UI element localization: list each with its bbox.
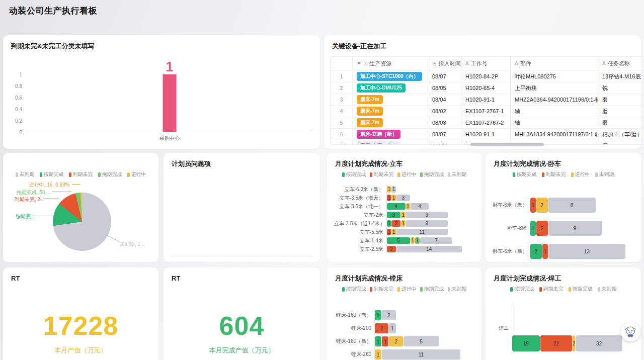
legend-label: 按期完成: [517, 171, 537, 178]
tag-icon: ⊡: [363, 61, 367, 66]
legend-item[interactable]: 未到期: [448, 286, 467, 293]
column-header-label: 任务名称: [608, 60, 630, 67]
job-number-cell: EX1107-2767-1: [461, 106, 511, 117]
legend-item[interactable]: 未到期: [598, 286, 617, 293]
chart-legend: 按期完成到期未完进行中未到期: [491, 171, 636, 178]
legend-label: 进行中: [401, 171, 417, 178]
resource-tag: 磨床-7m: [357, 118, 383, 127]
legend-item[interactable]: 拖期完成: [420, 171, 444, 178]
legend-marker-icon: [40, 172, 42, 177]
table-row[interactable]: 5磨床-7m08/03EX1107-2767-2轴磨: [331, 117, 641, 129]
bar-segment: 2: [391, 220, 400, 227]
legend-marker-icon: [342, 287, 345, 292]
resource-tag: 加工中心-STC1000（内）: [357, 72, 422, 81]
legend-item[interactable]: 进行中: [571, 171, 590, 178]
legend-item[interactable]: 按期完成: [342, 171, 366, 178]
chart-row: 立车-5.5米1111: [334, 228, 476, 236]
bar-segment: 2: [573, 335, 575, 351]
legend-item[interactable]: 未到期: [595, 171, 614, 178]
table-row[interactable]: 3磨床-7m08/04H1020-91-1MHZ2A0364-942000171…: [331, 94, 641, 106]
table-row[interactable]: 1加工中心-STC1000（内）08/07H1020-84-2P叶轮MHL080…: [331, 71, 641, 82]
legend-marker-icon: [571, 172, 574, 177]
task-name-cell: 铣: [598, 82, 641, 94]
legend-item[interactable]: 拖期完成: [569, 286, 593, 293]
pie-slice-label: 到期未完, 2...: [15, 196, 44, 203]
bar-segment: 13: [548, 244, 625, 259]
bar-segment: 9: [406, 212, 448, 218]
legend-item[interactable]: 按期完成: [510, 286, 534, 293]
row-category-label: 立车-5.5米: [334, 229, 386, 236]
pie-slice-label: 拖期完成, 50, ...: [17, 189, 52, 196]
row-category-label: 镗床-160（新）: [334, 338, 374, 345]
resource-tag: 磨床-7m: [357, 107, 383, 116]
legend-label: 未到期: [599, 171, 614, 178]
part-cell: 轴: [511, 117, 598, 128]
bar-segment: 1: [387, 195, 391, 201]
legend-label: 进行中: [401, 286, 417, 293]
chart-row: 卧车-6米（新）2113: [493, 240, 636, 263]
part-cell: 上平衡块: [511, 82, 598, 94]
legend-item[interactable]: 到期未完: [370, 171, 394, 178]
legend-item[interactable]: 按期完成: [40, 171, 64, 178]
column-header: [331, 57, 353, 70]
task-name-cell: 精加工（车/磨）: [598, 129, 641, 140]
legend-item[interactable]: 到期未完: [542, 171, 566, 178]
row-number-cell: 3: [331, 94, 353, 105]
row-category-label: 镗床-260: [334, 351, 374, 358]
bar-segment: 1: [375, 336, 381, 346]
legend-item[interactable]: 到期未完: [539, 286, 564, 293]
legend-item[interactable]: 拖期完成: [420, 286, 444, 293]
bar-segment: 1: [401, 212, 405, 218]
bar-segment: 1: [389, 323, 395, 333]
bar-segment: 19: [512, 335, 540, 351]
table-row[interactable]: 2加工中心-DMU12508/05H1020-65-4上平衡块铣: [331, 82, 641, 94]
legend-marker-icon: [595, 172, 598, 177]
legend-label: 未到期: [602, 286, 617, 293]
column-header: ⚑⊡生产资源: [353, 57, 428, 70]
row-number-cell: 4: [331, 106, 353, 117]
legend-item[interactable]: 到期未完: [69, 171, 93, 178]
bar-segment: 1: [387, 229, 391, 235]
date-cell: 08/07: [428, 129, 461, 140]
resource-cell: 磨床-立磨（新）: [353, 129, 428, 140]
bar-segment: 1: [411, 237, 415, 244]
table-row[interactable]: 6磨床-立磨（新）08/07H1020-91-1MHL3A1334-942000…: [331, 129, 641, 140]
row-category-label: 立车-2.5米: [334, 246, 386, 253]
legend-item[interactable]: 未到期: [448, 171, 467, 178]
legend-item[interactable]: 进行中: [397, 286, 417, 293]
row-category-label: 卧车-8米: [493, 225, 530, 232]
bar-segment: 1: [406, 203, 410, 210]
bar-segment: 2: [389, 336, 403, 346]
part-cell: 叶轮MHL080275: [511, 71, 598, 82]
calendar-icon: ⊟: [432, 61, 436, 66]
legend-item[interactable]: 进行中: [397, 171, 417, 178]
legend-item[interactable]: 进行中: [127, 171, 146, 178]
bar-segment: 1: [391, 229, 395, 235]
row-bar-track: 21: [374, 322, 468, 335]
table-horizontal-scrollbar[interactable]: [470, 143, 544, 146]
panel-status-pie: 未到期按期完成到期未完拖期完成进行中未到期, 1...按期完...到期未完, 2…: [3, 153, 158, 262]
legend-item[interactable]: 拖期完成: [98, 171, 122, 178]
panel-planner-issues: 计划员问题项: [164, 153, 320, 262]
assistant-mascot-button[interactable]: [621, 322, 640, 341]
legend-item[interactable]: 按期完成: [342, 286, 366, 293]
legend-item[interactable]: 到期未完: [370, 286, 394, 293]
date-cell: 08/07: [428, 71, 461, 82]
chart-row: 立车-3.5米（海天）113: [334, 194, 476, 202]
row-bar-track: 128: [530, 194, 626, 217]
resource-cell: 磨床-7m: [353, 94, 428, 105]
y-tick-label: 0.2: [15, 118, 22, 124]
text-icon: A: [602, 61, 606, 66]
panel-title: RT: [172, 275, 312, 282]
bar-segment: 1: [391, 186, 395, 193]
table-row[interactable]: 4磨床-7m08/02EX1107-2767-1轴磨: [331, 106, 641, 117]
bar-segment: 1: [387, 220, 391, 227]
bar-segment: 2: [382, 310, 395, 320]
chart-rows: 焊工1922232: [493, 303, 636, 353]
date-cell: 08/04: [428, 94, 461, 105]
bar-segment: 11: [396, 229, 448, 235]
chart-row: 立车-1.4米5117: [334, 236, 476, 245]
legend-item[interactable]: 未到期: [16, 171, 35, 178]
legend-item[interactable]: 按期完成: [513, 171, 537, 178]
row-number-cell: 7: [331, 140, 353, 145]
